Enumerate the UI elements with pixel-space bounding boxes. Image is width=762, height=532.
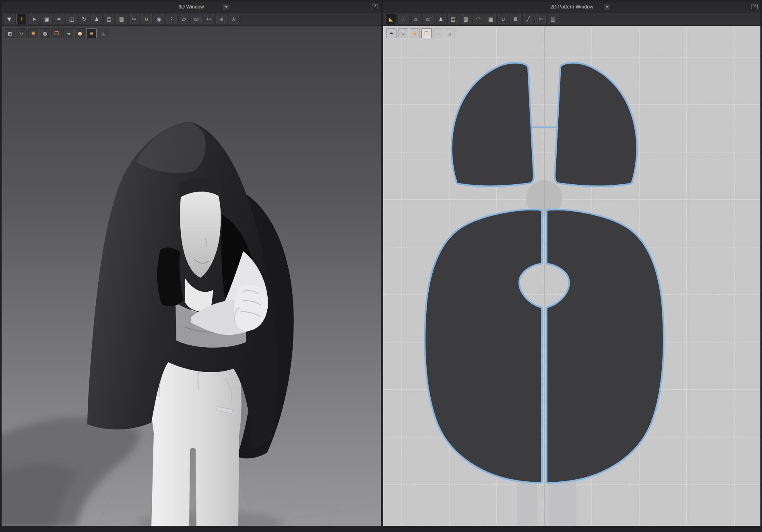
show-cloth-icon: ❐ (54, 31, 59, 36)
3d-toolbar: ▼✛➤▣✒◫↻♟▤▦✂∪◉⋮▱▭↔≋⅄ (2, 12, 381, 26)
detach-window-icon[interactable]: ↗ (752, 4, 758, 9)
button-tool[interactable]: ⋮ (166, 14, 177, 24)
show-arrangement-icon[interactable]: ◄ (63, 28, 73, 38)
rectangle-tool-icon: ▭ (194, 16, 199, 22)
grid-tack-tool[interactable]: ▦ (116, 14, 127, 24)
show-cloth-icon[interactable]: ❐ (52, 28, 62, 38)
sewing-machine-tool-icon: ▤ (107, 16, 112, 22)
rectangle-tool[interactable]: ▭ (191, 14, 202, 24)
show-mesh-icon[interactable]: ◩ (5, 28, 15, 38)
fabric-tool[interactable]: ▱ (179, 14, 189, 24)
sewing-machine-tool[interactable]: ▤ (104, 14, 114, 24)
locked-garment-icon: ▽ (433, 28, 443, 38)
chevron-down-icon (605, 6, 609, 8)
show-pins-icon: ✒ (389, 31, 393, 36)
measure-tape-tool-icon: ≋ (219, 16, 224, 22)
select-mesh-tool[interactable]: ▣ (41, 14, 52, 24)
elastic-tool[interactable]: ≈ (535, 14, 546, 24)
3d-window-titlebar: 3D Window ↗ (2, 2, 381, 12)
show-cloth-icon: ❐ (424, 31, 429, 36)
3d-display-toolbar: ◩▽✺◍❐◄●⊕▲ (5, 28, 108, 38)
show-cloth-icon[interactable]: ❐ (421, 28, 432, 38)
show-wind-icon[interactable]: ⊕ (87, 28, 97, 38)
show-avatar-skin-icon[interactable]: ● (75, 28, 85, 38)
unfold-garment-tool[interactable]: ◫ (66, 14, 77, 24)
3d-viewport[interactable]: ◩▽✺◍❐◄●⊕▲ (2, 26, 381, 526)
application-window: 3D Window ↗ ▼✛➤▣✒◫↻♟▤▦✂∪◉⋮▱▭↔≋⅄ (0, 0, 762, 532)
curve-tool[interactable]: ◠ (473, 14, 483, 24)
remesh-garment-tool-icon: ▥ (551, 16, 555, 22)
pin-tool[interactable]: ✒ (54, 14, 64, 24)
move-tool[interactable]: ✛ (17, 14, 27, 24)
show-wind-icon: ⊕ (89, 31, 93, 36)
sewing-machine-tool[interactable]: ▤ (448, 14, 458, 24)
avatar-edit-tool[interactable]: ♟ (91, 14, 102, 24)
hood-inner-left (157, 247, 184, 306)
3d-window-panel: 3D Window ↗ ▼✛➤▣✒◫↻♟▤▦✂∪◉⋮▱▭↔≋⅄ (2, 2, 381, 526)
free-sew-tool[interactable]: ∪ (498, 14, 508, 24)
select-garment-tool-icon: ▣ (488, 16, 493, 22)
steam-tool-icon: ◉ (157, 16, 161, 22)
gizmo-up-icon: ▲ (448, 31, 452, 36)
locked-garment-icon: ▽ (436, 31, 440, 36)
show-arrangement-icon: ◄ (66, 31, 70, 36)
select-tool[interactable]: ➤ (29, 14, 39, 24)
panel-menu-dropdown[interactable] (603, 4, 611, 10)
gizmo-up-icon: ▲ (101, 31, 105, 36)
detach-window-icon[interactable]: ↗ (372, 4, 378, 9)
show-info-icon[interactable]: ◉ (410, 28, 420, 38)
simulate-button[interactable]: ▼ (4, 14, 14, 24)
select-garment-tool[interactable]: ▣ (485, 14, 496, 24)
panel-menu-dropdown[interactable] (223, 4, 230, 10)
steam-tool[interactable]: ◉ (154, 14, 164, 24)
rotate-tool[interactable]: ↻ (79, 14, 89, 24)
3d-scene (2, 26, 381, 526)
remesh-garment-tool[interactable]: ▥ (548, 14, 558, 24)
panel-title: 3D Window (2, 2, 381, 12)
2d-viewport[interactable]: ✒▽◉❐▽▲ (383, 26, 760, 526)
panel-title: 2D Pattern Window (383, 2, 760, 12)
segment-sew-tool[interactable]: ∪ (141, 14, 152, 24)
grid-tack-tool-icon: ▦ (119, 16, 124, 22)
fabric-tool-icon: ▱ (182, 16, 186, 22)
2d-display-toolbar: ✒▽◉❐▽▲ (386, 28, 455, 38)
show-avatar-icon[interactable]: ◍ (40, 28, 50, 38)
show-pins-icon[interactable]: ✺ (28, 28, 38, 38)
internal-line-tool[interactable]: ╱ (523, 14, 533, 24)
edit-pattern-tool[interactable]: ∴ (398, 14, 409, 24)
gizmo-up-icon: ▲ (445, 28, 455, 38)
elastic-tool-icon: ≈ (539, 16, 543, 22)
transform-pattern-tool[interactable]: ◣ (386, 14, 396, 24)
move-tool-icon: ✛ (20, 16, 24, 22)
detach-fabric-tool-icon: ✂ (132, 16, 136, 22)
select-mesh-tool-icon: ▣ (44, 16, 49, 22)
sewing-machine-tool-icon: ▤ (451, 16, 456, 22)
unfold-garment-tool-icon: ◫ (69, 16, 74, 22)
button-tool-icon: ⋮ (169, 16, 174, 22)
grid-pattern-tool[interactable]: ▦ (461, 14, 471, 24)
select-tool-icon: ➤ (32, 16, 37, 22)
rectangle-pattern-tool-icon: ▭ (426, 16, 431, 22)
segment-sew-tool-icon: ∪ (145, 16, 149, 22)
polygon-tool[interactable]: ⌂ (411, 14, 421, 24)
fold-arrangement-tool[interactable]: ↔ (204, 14, 214, 24)
internal-line-tool-icon: ╱ (527, 16, 530, 22)
rectangle-pattern-tool[interactable]: ▭ (423, 14, 434, 24)
transform-pattern-tool-icon: ◣ (389, 16, 393, 22)
edit-pattern-tool-icon: ∴ (402, 16, 405, 22)
detach-fabric-tool[interactable]: ✂ (129, 14, 139, 24)
measure-tape-tool[interactable]: ≋ (216, 14, 227, 24)
grid-pattern-tool-icon: ▦ (463, 16, 468, 22)
show-garment-icon[interactable]: ▽ (398, 28, 408, 38)
show-pins-icon[interactable]: ✒ (386, 28, 396, 38)
pose-tool[interactable]: ⅄ (229, 14, 239, 24)
show-garment-icon[interactable]: ▽ (17, 28, 27, 38)
trace-avatar-tool[interactable]: ♟ (436, 14, 446, 24)
2d-pattern-window-panel: 2D Pattern Window ↗ ◣∴⌂▭♟▤▦◠▣∪Ⅲ╱≈▥ (383, 2, 760, 526)
gizmo-up-icon: ▲ (98, 28, 108, 38)
chevron-down-icon (225, 6, 228, 8)
show-info-icon: ◉ (413, 31, 417, 36)
pose-tool-icon: ⅄ (232, 16, 235, 22)
pin-tool-icon: ✒ (57, 16, 62, 22)
pleats-tool[interactable]: Ⅲ (510, 14, 521, 24)
